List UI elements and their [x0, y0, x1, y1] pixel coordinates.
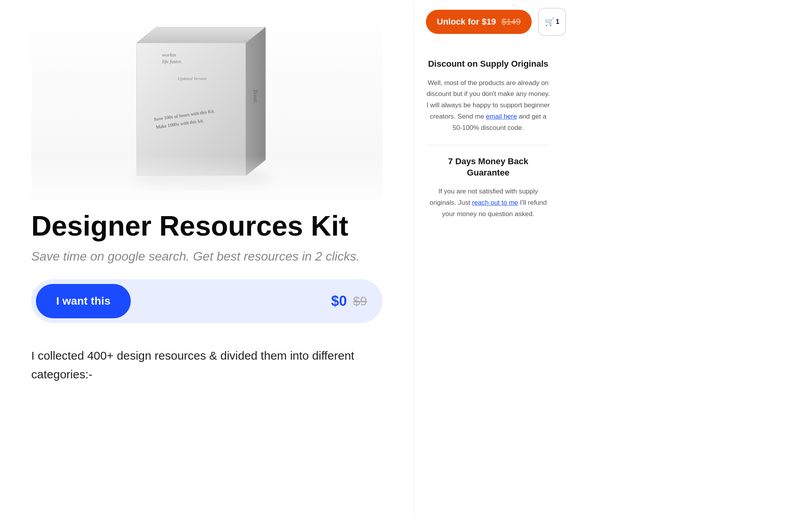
sidebar-discount-section: Discount on Supply Originals Well, most …	[426, 48, 550, 145]
product-box-svg: workin life faster. Updated Version Save…	[109, 12, 304, 191]
unlock-price-old: $149	[502, 17, 521, 27]
cart-icon: 🛒	[545, 17, 554, 27]
sidebar: Unlock for $19 $149 🛒 1 Discount on Supp…	[414, 0, 562, 518]
cta-bar: I want this $0 $9	[31, 279, 383, 323]
email-link[interactable]: email here	[486, 113, 517, 120]
sidebar-guarantee-section: 7 Days Money Back Guarantee If you are n…	[426, 145, 550, 231]
unlock-button[interactable]: Unlock for $19 $149	[426, 10, 532, 34]
product-description: I collected 400+ design resources & divi…	[31, 346, 383, 384]
product-info: Designer Resources Kit Save time on goog…	[31, 203, 383, 384]
discount-body: Well, most of the products are already o…	[426, 78, 550, 134]
reach-out-link[interactable]: reach out to me	[472, 199, 518, 206]
svg-text:workin: workin	[162, 52, 176, 58]
svg-text:Updated Version: Updated Version	[178, 76, 207, 81]
svg-text:life faster.: life faster.	[162, 59, 182, 64]
cart-count: 1	[556, 18, 559, 25]
svg-marker-1	[137, 27, 265, 43]
main-content: workin life faster. Updated Version Save…	[0, 0, 414, 518]
product-title: Designer Resources Kit	[31, 211, 383, 241]
guarantee-title: 7 Days Money Back Guarantee	[426, 156, 550, 178]
guarantee-body: If you are not satisfied with supply ori…	[426, 186, 550, 220]
i-want-this-button[interactable]: I want this	[36, 284, 131, 318]
svg-rect-2	[137, 43, 246, 176]
price-area: $0 $9	[331, 293, 367, 309]
unlock-bar: Unlock for $19 $149 🛒 1	[426, 8, 550, 36]
price-current: $0	[331, 293, 347, 309]
product-subtitle: Save time on google search. Get best res…	[31, 249, 383, 264]
cart-button[interactable]: 🛒 1	[538, 8, 566, 36]
product-box-wrapper: workin life faster. Updated Version Save…	[109, 8, 304, 195]
svg-text:Boost: Boost	[253, 90, 258, 103]
price-original: $9	[353, 294, 367, 309]
discount-title: Discount on Supply Originals	[426, 59, 550, 70]
product-image-area: workin life faster. Updated Version Save…	[31, 0, 383, 203]
